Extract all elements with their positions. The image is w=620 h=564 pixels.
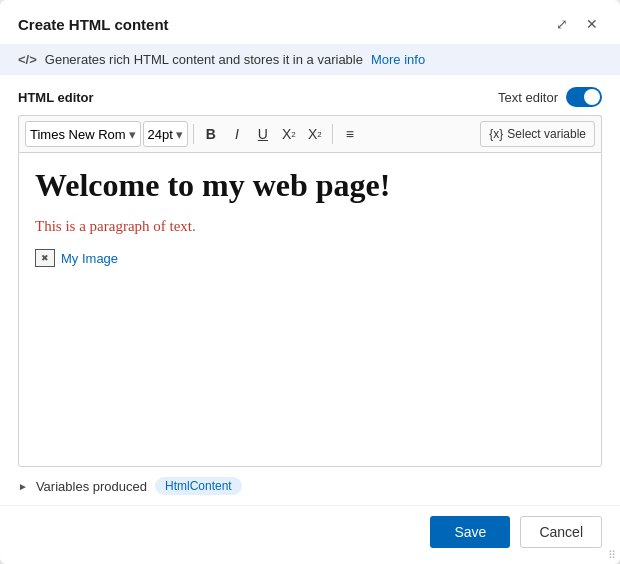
editor-header: HTML editor Text editor: [18, 87, 602, 107]
underline-icon: U: [258, 126, 268, 142]
info-text: Generates rich HTML content and stores i…: [45, 52, 363, 67]
resize-handle[interactable]: ⠿: [608, 549, 616, 562]
font-family-select[interactable]: Times New Rom ▾: [25, 121, 141, 147]
editor-section: HTML editor Text editor Times New Rom ▾ …: [0, 75, 620, 467]
variables-chevron[interactable]: ►: [18, 481, 28, 492]
toolbar-separator-1: [193, 124, 194, 144]
toggle-label: Text editor: [498, 90, 558, 105]
font-size-chevron: ▾: [176, 127, 183, 142]
italic-button[interactable]: I: [225, 121, 249, 147]
more-info-link[interactable]: More info: [371, 52, 425, 67]
image-icon: ✖: [35, 249, 55, 267]
underline-button[interactable]: U: [251, 121, 275, 147]
select-variable-button[interactable]: {x} Select variable: [480, 121, 595, 147]
subscript-icon: 2: [291, 130, 295, 139]
expand-icon: ⤢: [556, 16, 568, 32]
content-paragraph: This is a paragraph of text.: [35, 218, 585, 235]
header-icons: ⤢ ✕: [552, 14, 602, 34]
bold-button[interactable]: B: [199, 121, 223, 147]
editor-content[interactable]: Welcome to my web page! This is a paragr…: [18, 152, 602, 467]
variables-section: ► Variables produced HtmlContent: [0, 467, 620, 505]
superscript-button[interactable]: X2: [303, 121, 327, 147]
content-image: ✖ My Image: [35, 249, 585, 267]
toolbar-separator-2: [332, 124, 333, 144]
variable-icon: {x}: [489, 127, 503, 141]
variables-label: Variables produced: [36, 479, 147, 494]
editor-label: HTML editor: [18, 90, 94, 105]
text-editor-toggle: Text editor: [498, 87, 602, 107]
cancel-button[interactable]: Cancel: [520, 516, 602, 548]
html-content-badge: HtmlContent: [155, 477, 242, 495]
superscript-icon: 2: [317, 130, 321, 139]
image-label: My Image: [61, 251, 118, 266]
close-icon: ✕: [586, 16, 598, 32]
dialog-title: Create HTML content: [18, 16, 169, 33]
info-banner: </> Generates rich HTML content and stor…: [0, 44, 620, 75]
save-button[interactable]: Save: [430, 516, 510, 548]
format-button[interactable]: ≡: [338, 121, 362, 147]
font-size-value: 24pt: [148, 127, 173, 142]
create-html-dialog: Create HTML content ⤢ ✕ </> Generates ri…: [0, 0, 620, 564]
dialog-header: Create HTML content ⤢ ✕: [0, 0, 620, 44]
subscript-button[interactable]: X2: [277, 121, 301, 147]
font-family-value: Times New Rom: [30, 127, 126, 142]
variable-label: Select variable: [507, 127, 586, 141]
dialog-footer: Save Cancel: [0, 505, 620, 564]
code-icon: </>: [18, 52, 37, 67]
close-button[interactable]: ✕: [582, 14, 602, 34]
toolbar: Times New Rom ▾ 24pt ▾ B I U X2 X2 ≡: [18, 115, 602, 152]
content-heading: Welcome to my web page!: [35, 167, 585, 204]
italic-icon: I: [235, 126, 239, 142]
font-family-chevron: ▾: [129, 127, 136, 142]
expand-button[interactable]: ⤢: [552, 14, 572, 34]
font-size-select[interactable]: 24pt ▾: [143, 121, 188, 147]
toggle-switch[interactable]: [566, 87, 602, 107]
